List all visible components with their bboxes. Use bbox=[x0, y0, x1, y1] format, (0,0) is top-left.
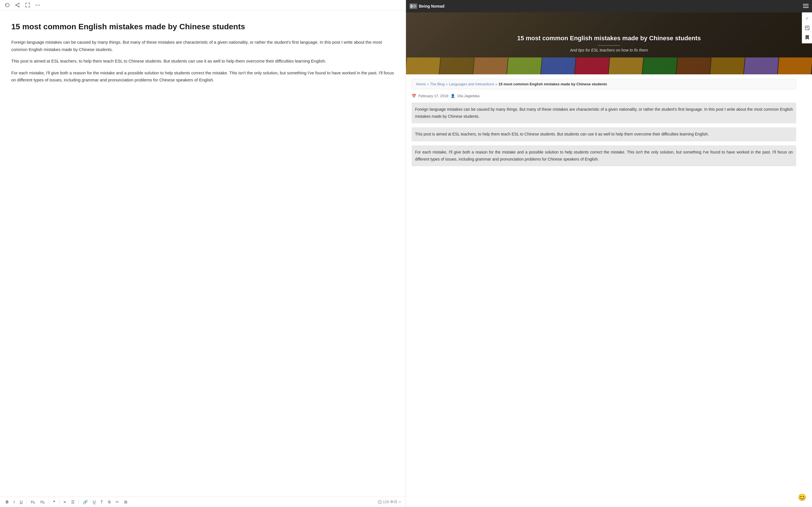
breadcrumb-category[interactable]: Languages and Interactions bbox=[449, 82, 494, 86]
svg-line-4 bbox=[16, 5, 18, 6]
article-para-3: For each mistake, I'll give both a reaso… bbox=[412, 145, 796, 166]
svg-point-15 bbox=[416, 6, 416, 7]
article-para-2: This post is aimed at ESL teachers, to h… bbox=[412, 127, 796, 141]
breadcrumb-home[interactable]: Home bbox=[416, 82, 426, 86]
svg-line-3 bbox=[16, 4, 18, 5]
bold-button[interactable]: B bbox=[4, 499, 10, 505]
word-count: 129 单词 bbox=[378, 499, 401, 504]
logo-icon bbox=[409, 3, 417, 9]
right-sidebar: ✓ bbox=[802, 12, 812, 43]
check-icon[interactable]: ✓ bbox=[804, 15, 811, 22]
expand-icon[interactable] bbox=[25, 2, 31, 8]
menu-icon[interactable] bbox=[803, 3, 809, 9]
editor-para-2: This post is aimed at ESL teachers, to h… bbox=[11, 57, 395, 65]
more-icon[interactable] bbox=[35, 2, 41, 8]
link-button[interactable]: 🔗 bbox=[82, 499, 89, 505]
logo-text: Being Nomad bbox=[419, 4, 444, 8]
article-meta: 📅 February 17, 2019 👤 Ola Jagielska bbox=[412, 94, 796, 98]
toolbar-divider-4 bbox=[79, 500, 79, 504]
breadcrumb-sep-1: » bbox=[427, 82, 429, 86]
editor-body[interactable]: 15 most common English mistakes made by … bbox=[0, 10, 406, 497]
svg-point-6 bbox=[38, 5, 38, 6]
breadcrumb: Home » The Blog » Languages and Interact… bbox=[412, 79, 796, 89]
article-para-1: Foreign language mistakes can be caused … bbox=[412, 103, 796, 123]
browser-content[interactable]: Home » The Blog » Languages and Interact… bbox=[406, 74, 812, 507]
hero-title: 15 most common English mistakes made by … bbox=[517, 34, 701, 43]
strikethrough-button[interactable]: S bbox=[107, 499, 112, 505]
editor-toolbar-bottom: B I U H₁ H₂ ❝ ≡ ☰ 🔗 U̲ T S ✂ ⊞ 129 单词 bbox=[0, 497, 406, 507]
breadcrumb-blog[interactable]: The Blog bbox=[430, 82, 445, 86]
text-button[interactable]: T bbox=[100, 499, 104, 505]
calendar-icon: 📅 bbox=[412, 94, 416, 98]
editor-para-1: Foreign language mistakes can be caused … bbox=[11, 39, 395, 53]
svg-point-2 bbox=[16, 5, 17, 6]
svg-point-7 bbox=[39, 5, 40, 6]
svg-point-1 bbox=[18, 6, 19, 7]
toolbar-divider-2 bbox=[49, 500, 49, 504]
svg-point-5 bbox=[36, 5, 37, 6]
browser-panel: Being Nomad 15 most bbox=[406, 0, 812, 507]
pencils-decoration bbox=[406, 57, 812, 74]
underline2-button[interactable]: U̲ bbox=[92, 499, 97, 505]
underline-button[interactable]: U bbox=[18, 499, 24, 505]
bookmark-icon[interactable] bbox=[804, 34, 811, 41]
toolbar-divider-1 bbox=[27, 500, 27, 504]
word-count-label: 129 单词 bbox=[383, 499, 397, 504]
breadcrumb-sep-2: » bbox=[446, 82, 448, 86]
hero-subtitle: And tips for ESL teachers on how to fix … bbox=[517, 48, 701, 52]
h1-button[interactable]: H₁ bbox=[30, 499, 36, 505]
site-logo: Being Nomad bbox=[409, 3, 444, 9]
h2-button[interactable]: H₂ bbox=[39, 499, 46, 505]
ordered-list-button[interactable]: ≡ bbox=[62, 499, 67, 505]
svg-point-10 bbox=[379, 501, 380, 501]
italic-button[interactable]: I bbox=[12, 499, 16, 505]
site-nav: Being Nomad bbox=[406, 0, 812, 12]
editor-panel: 15 most common English mistakes made by … bbox=[0, 0, 406, 507]
article-date: February 17, 2019 bbox=[418, 94, 448, 98]
editor-title: 15 most common English mistakes made by … bbox=[11, 22, 395, 32]
cut-button[interactable]: ✂ bbox=[114, 499, 120, 505]
editor-toolbar-top bbox=[0, 0, 406, 10]
emoji-feedback[interactable]: 😊 bbox=[798, 494, 806, 501]
format-icon[interactable] bbox=[804, 24, 811, 32]
author-icon: 👤 bbox=[451, 94, 455, 98]
breadcrumb-sep-3: » bbox=[495, 82, 497, 86]
hero-content: 15 most common English mistakes made by … bbox=[511, 34, 707, 52]
svg-rect-12 bbox=[411, 4, 412, 8]
editor-para-3: For each mistake, I'll give both a reaso… bbox=[11, 69, 395, 83]
image-button[interactable]: ⊞ bbox=[123, 499, 129, 505]
hero-divider bbox=[598, 45, 620, 46]
breadcrumb-current: 15 most common English mistakes made by … bbox=[499, 82, 607, 86]
svg-point-0 bbox=[18, 3, 19, 4]
toolbar-divider-3 bbox=[59, 500, 59, 504]
share-icon[interactable] bbox=[15, 2, 20, 8]
hero-section: 15 most common English mistakes made by … bbox=[406, 12, 812, 74]
refresh-icon[interactable] bbox=[4, 2, 10, 8]
unordered-list-button[interactable]: ☰ bbox=[70, 499, 76, 505]
quote-button[interactable]: ❝ bbox=[52, 499, 56, 505]
article-author: Ola Jagielska bbox=[457, 94, 479, 98]
